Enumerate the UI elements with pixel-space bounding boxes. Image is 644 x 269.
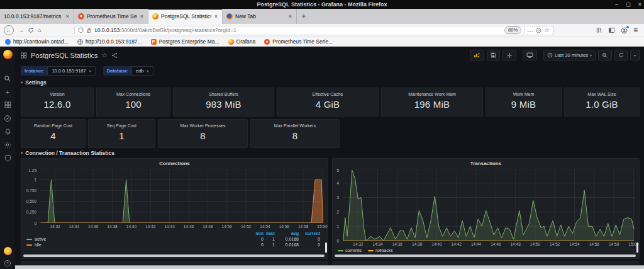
add-panel-button[interactable] xyxy=(470,50,484,60)
create-icon[interactable]: + xyxy=(4,88,12,96)
legend-header-min[interactable]: min xyxy=(247,231,264,236)
reload-icon[interactable] xyxy=(28,27,34,33)
database-dropdown[interactable]: edb ▾ xyxy=(131,66,153,76)
panel-title[interactable]: Transactions xyxy=(333,161,639,166)
firefox-favicon xyxy=(226,13,233,20)
legend-item-rollbacks[interactable]: rollbacks xyxy=(368,248,393,253)
server-admin-shield-icon[interactable] xyxy=(4,154,12,162)
zoom-out-button[interactable] xyxy=(598,50,612,60)
cycle-view-tv-button[interactable] xyxy=(523,50,537,60)
chart-plot-area[interactable] xyxy=(40,169,323,223)
pocket-icon[interactable] xyxy=(536,28,541,33)
forward-icon[interactable]: → xyxy=(18,27,24,33)
stat-effective-cache[interactable]: Effective Cache 4 GiB xyxy=(277,88,379,117)
minimize-button[interactable]: – xyxy=(615,0,618,9)
panel-horizontal-scrollbar[interactable] xyxy=(335,255,636,257)
dashboards-icon[interactable] xyxy=(4,101,12,109)
chart-canvas[interactable] xyxy=(343,169,635,241)
refresh-button[interactable] xyxy=(614,50,628,60)
stat-max-wal-size[interactable]: Max WAL Size 1.0 GiB xyxy=(564,88,640,117)
x-tick-label: 14:32 xyxy=(353,242,363,246)
explore-compass-icon[interactable] xyxy=(4,114,12,122)
menu-icon[interactable]: ≡ xyxy=(633,27,638,33)
close-tab-icon[interactable]: × xyxy=(140,13,144,20)
maximize-button[interactable]: ◻ xyxy=(626,0,630,9)
bookmark-pem[interactable]: P Postgres Enterprise Ma... xyxy=(151,38,219,45)
grafana-icon xyxy=(228,39,234,45)
time-picker-button[interactable]: Last 30 minutes ▾ xyxy=(543,50,596,60)
legend-row-idle[interactable]: idle010.01680 xyxy=(26,242,320,248)
url-bar[interactable]: 10.0.0.153:3000/d/0akrbBwGk/postgresql-s… xyxy=(74,26,553,35)
x-tick-label: 14:38 xyxy=(107,224,117,229)
close-button[interactable]: × xyxy=(638,0,641,9)
x-tick-label: 14:42 xyxy=(452,242,462,246)
legend-value: 0 xyxy=(299,243,320,247)
tab-prometheus[interactable]: Prometheus Time Series C × xyxy=(74,9,148,24)
section-settings[interactable]: ▾ Settings xyxy=(21,77,640,88)
bookmark-star-icon[interactable]: ☆ xyxy=(544,27,550,33)
user-avatar[interactable] xyxy=(4,247,12,255)
page-actions-icon[interactable]: … xyxy=(527,27,533,33)
insecure-lock-icon[interactable] xyxy=(86,27,92,33)
bookmark-grafana[interactable]: Grafana xyxy=(228,38,256,45)
stat-max-parallel-workers[interactable]: Max Parallel Workers 8 xyxy=(250,119,340,148)
tab-new-tab[interactable]: New Tab × xyxy=(223,9,297,24)
tab-metrics[interactable]: 10.0.0.153:9187/metrics × xyxy=(0,9,74,24)
tracking-shield-icon[interactable] xyxy=(78,27,84,33)
configuration-gear-icon[interactable] xyxy=(4,140,12,149)
refresh-interval-dropdown[interactable]: ▾ xyxy=(630,50,640,60)
stat-random-page-cost[interactable]: Random Page Cost 4 xyxy=(21,119,86,148)
legend-item-commits[interactable]: commits xyxy=(338,248,362,253)
share-icon[interactable] xyxy=(111,52,118,59)
legend-row-active[interactable]: active010.01680 xyxy=(26,236,320,242)
legend-header-avg[interactable]: avg xyxy=(275,231,299,236)
stat-max-connections[interactable]: Max Connections 100 xyxy=(96,88,170,117)
close-tab-icon[interactable]: × xyxy=(214,13,218,20)
url-text[interactable]: 10.0.0.153:3000/d/0akrbBwGk/postgresql-s… xyxy=(94,27,502,33)
bookmark-prometheus[interactable]: Prometheus Time Serie... xyxy=(264,38,333,45)
panel-title[interactable]: Connections xyxy=(21,161,328,166)
search-icon[interactable] xyxy=(4,74,12,83)
section-connection-transaction[interactable]: ▾ Connection / Transaction Statistics xyxy=(21,148,640,158)
sidebar-toggle-icon[interactable] xyxy=(608,27,615,33)
stat-max-worker-processes[interactable]: Max Worker Processes 8 xyxy=(158,119,248,148)
stat-version[interactable]: Version 12.6.0 xyxy=(21,88,94,117)
close-tab-icon[interactable]: × xyxy=(65,13,70,20)
save-dashboard-button[interactable] xyxy=(487,50,500,60)
transactions-chart-panel[interactable]: Transactions 012345 14:3214:3414:3614:38… xyxy=(332,158,640,259)
chart-plot-area[interactable] xyxy=(343,169,635,241)
bookmark-canttowin[interactable]: http://canttowin.ontad... xyxy=(5,38,69,45)
stat-work-mem[interactable]: Work Mem 9 MiB xyxy=(486,88,562,117)
panel-vertical-scrollbar[interactable] xyxy=(636,243,638,253)
legend-header-row: minmaxavgcurrent xyxy=(26,231,320,236)
back-icon[interactable]: ← xyxy=(4,25,14,35)
dashboard-title[interactable]: PostgreSQL Statistics xyxy=(31,52,98,59)
instance-dropdown[interactable]: 10.0.0.153:9187 ▾ xyxy=(47,66,95,76)
close-tab-icon[interactable]: × xyxy=(288,13,292,20)
legend-series-name[interactable]: idle xyxy=(35,243,42,247)
panel-horizontal-scrollbar[interactable] xyxy=(23,255,325,257)
chart-canvas[interactable] xyxy=(40,169,323,223)
zoom-level-badge[interactable]: 80% xyxy=(504,26,521,34)
stat-maintenance-work-mem[interactable]: Maintenance Work Mem 196 MiB xyxy=(381,88,483,117)
page-horizontal-scrollbar[interactable] xyxy=(15,265,644,269)
legend-series-name[interactable]: active xyxy=(35,237,46,241)
legend-swatch xyxy=(338,250,343,251)
stat-seq-page-cost[interactable]: Seq Page Cost 1 xyxy=(88,119,155,148)
grafana-logo-icon[interactable] xyxy=(3,50,13,59)
legend-header-current[interactable]: current xyxy=(299,231,320,236)
stat-shared-buffers[interactable]: Shared Buffers 983 MiB xyxy=(173,88,274,117)
help-icon[interactable]: ? xyxy=(4,259,12,267)
account-icon[interactable] xyxy=(621,27,628,34)
panel-vertical-scrollbar[interactable] xyxy=(325,243,327,253)
home-icon[interactable]: ⌂ xyxy=(38,27,42,33)
new-tab-button[interactable]: + xyxy=(297,9,311,24)
legend-header-max[interactable]: max xyxy=(264,231,275,236)
tab-grafana-active[interactable]: PostgreSQL Statistics - G × xyxy=(148,9,223,24)
alerting-bell-icon[interactable] xyxy=(4,127,12,135)
library-icon[interactable] xyxy=(596,27,602,33)
dashboard-settings-button[interactable] xyxy=(502,50,516,60)
connections-chart-panel[interactable]: Connections 00.2500.5000.75011.25 14:321… xyxy=(21,158,328,259)
bookmark-metrics[interactable]: http://10.0.0.153:9187... xyxy=(77,38,142,45)
favorite-star-icon[interactable]: ☆ xyxy=(102,52,108,59)
